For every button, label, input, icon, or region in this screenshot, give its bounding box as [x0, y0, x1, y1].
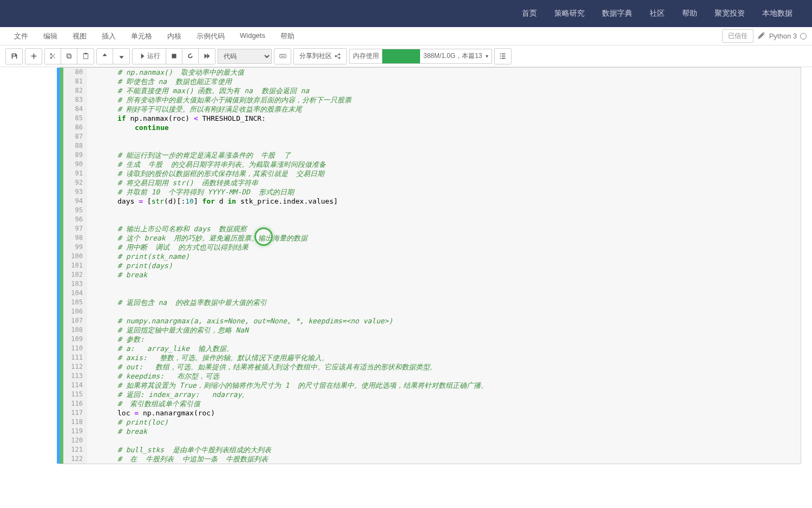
- code-line[interactable]: 82# 不能直接使用 max() 函数。因为有 na 数据会返回 na: [87, 86, 801, 95]
- code-content[interactable]: # 即使包含 na 数据也能正常使用: [87, 77, 232, 86]
- code-content[interactable]: # break: [87, 427, 147, 436]
- code-content[interactable]: # 在 牛股列表 中追加一条 牛股数据列表: [87, 454, 268, 464]
- code-content[interactable]: # 能运行到这一步的肯定是满足暴涨条件的 牛股 了: [87, 151, 291, 160]
- code-content[interactable]: # 索引数组或单个索引值: [87, 399, 200, 408]
- code-line[interactable]: 88: [87, 141, 801, 151]
- code-line[interactable]: 120: [87, 436, 801, 445]
- code-content[interactable]: # 返回包含 na 的收益率数据中最大值的索引: [87, 298, 267, 307]
- fast-forward-icon[interactable]: [199, 49, 215, 64]
- code-line[interactable]: 114# 如果将其设置为 True，则缩小的轴将作为尺寸为 1 的尺寸留在结果中…: [87, 381, 801, 390]
- code-line[interactable]: 105# 返回包含 na 的收益率数据中最大值的索引: [87, 298, 801, 307]
- code-line[interactable]: 117loc = np.nanargmax(roc): [87, 408, 801, 418]
- code-content[interactable]: [87, 307, 122, 316]
- save-icon[interactable]: [6, 49, 22, 64]
- code-content[interactable]: # keepdims: 布尔型，可选: [87, 372, 219, 381]
- nav-link[interactable]: 聚宽投资: [706, 9, 754, 18]
- move-down-icon[interactable]: [113, 49, 129, 64]
- code-line[interactable]: 84# 刚好等于可以接受。所以有刚好满足收益率的股票在末尾: [87, 105, 801, 114]
- code-content[interactable]: # 用中断 调试 的方式也可以得到结果: [87, 243, 248, 252]
- code-line[interactable]: 98# 这个 break 用的巧妙。避免遍历股票。输出海量的数据: [87, 233, 801, 243]
- code-line[interactable]: 121# bull_stks 是由单个牛股列表组成的大列表: [87, 445, 801, 454]
- code-line[interactable]: 96: [87, 215, 801, 224]
- code-content[interactable]: loc = np.nanargmax(roc): [87, 408, 215, 418]
- menu-item[interactable]: 编辑: [36, 28, 65, 44]
- code-content[interactable]: # print(days): [87, 261, 173, 270]
- cell-type-select[interactable]: 代码: [218, 49, 272, 64]
- code-content[interactable]: # 如果将其设置为 True，则缩小的轴将作为尺寸为 1 的尺寸留在结果中。使用…: [87, 381, 488, 390]
- share-button[interactable]: 分享到社区: [294, 49, 346, 64]
- code-line[interactable]: 103: [87, 279, 801, 289]
- menu-item[interactable]: 帮助: [273, 28, 302, 44]
- code-content[interactable]: [87, 206, 122, 215]
- code-line[interactable]: 109# 参数:: [87, 335, 801, 344]
- nav-link[interactable]: 帮助: [673, 9, 706, 18]
- memory-usage-badge[interactable]: 内存使用 388M/1.0G，本篇13 ▾: [349, 49, 492, 64]
- menu-item[interactable]: 文件: [6, 28, 36, 44]
- code-line[interactable]: 115# 返回: index_array: ndarray。: [87, 390, 801, 399]
- restart-icon[interactable]: [182, 49, 199, 64]
- code-content[interactable]: [87, 436, 122, 445]
- code-content[interactable]: [87, 279, 122, 289]
- code-content[interactable]: # 返回: index_array: ndarray。: [87, 390, 249, 399]
- code-line[interactable]: 86continue: [87, 123, 801, 132]
- code-line[interactable]: 87: [87, 132, 801, 141]
- cut-icon[interactable]: [45, 49, 61, 64]
- code-content[interactable]: continue: [87, 123, 169, 132]
- code-line[interactable]: 81# 即使包含 na 数据也能正常使用: [87, 77, 801, 86]
- code-content[interactable]: # 参数:: [87, 335, 144, 344]
- code-content[interactable]: # a: array_like 输入数据。: [87, 344, 233, 353]
- nav-link[interactable]: 社区: [641, 9, 673, 18]
- menu-item[interactable]: 单元格: [123, 28, 160, 44]
- nav-link[interactable]: 首页: [513, 9, 546, 18]
- nav-link[interactable]: 数据字典: [593, 9, 641, 18]
- menu-item[interactable]: Widgets: [232, 28, 273, 44]
- run-button[interactable]: 运行: [133, 49, 166, 64]
- code-content[interactable]: # print(stk_name): [87, 252, 189, 261]
- menu-item[interactable]: 内核: [160, 28, 189, 44]
- code-line[interactable]: 101# print(days): [87, 261, 801, 270]
- stop-icon[interactable]: [166, 49, 182, 64]
- move-up-icon[interactable]: [97, 49, 113, 64]
- list-icon[interactable]: [495, 49, 511, 64]
- paste-icon[interactable]: [77, 49, 94, 64]
- code-line[interactable]: 107# numpy.nanargmax(a, axis=None, out=N…: [87, 316, 801, 325]
- code-line[interactable]: 80# np.nanmax() 取变动率中的最大值: [87, 68, 801, 77]
- menu-item[interactable]: 示例代码: [189, 28, 232, 44]
- code-content[interactable]: # break: [87, 270, 147, 279]
- code-line[interactable]: 92# 将交易日期用 str() 函数转换成字符串: [87, 178, 801, 187]
- add-cell-icon[interactable]: [25, 49, 42, 64]
- code-line[interactable]: 112# out: 数组，可选。如果提供，结果将被插入到这个数组中。它应该具有适…: [87, 362, 801, 372]
- code-line[interactable]: 108# 返回指定轴中最大值的索引，忽略 NaN: [87, 325, 801, 335]
- code-content[interactable]: # bull_stks 是由单个牛股列表组成的大列表: [87, 445, 271, 454]
- code-content[interactable]: # 刚好等于可以接受。所以有刚好满足收益率的股票在末尾: [87, 105, 302, 114]
- code-content[interactable]: # print(loc): [87, 418, 168, 427]
- code-line[interactable]: 97# 输出上市公司名称和 days 数据观察: [87, 224, 801, 233]
- keyboard-icon[interactable]: [274, 49, 291, 64]
- code-line[interactable]: 116# 索引数组或单个索引值: [87, 399, 801, 408]
- code-content[interactable]: # 输出上市公司名称和 days 数据观察: [87, 224, 247, 233]
- code-content[interactable]: # np.nanmax() 取变动率中的最大值: [87, 68, 244, 77]
- code-line[interactable]: 83# 所有变动率中的最大值如果小于阈值则放弃后面的内容，分析下一只股票: [87, 95, 801, 105]
- code-line[interactable]: 113# keepdims: 布尔型，可选: [87, 372, 801, 381]
- code-content[interactable]: # 不能直接使用 max() 函数。因为有 na 数据会返回 na: [87, 86, 309, 95]
- code-line[interactable]: 90# 生成 牛股 的交易日期字符串列表。为截取暴涨时间段做准备: [87, 160, 801, 169]
- code-content[interactable]: days = [str(d)[:10] for d in stk_price.i…: [87, 197, 338, 206]
- code-line[interactable]: 100# print(stk_name): [87, 252, 801, 261]
- code-content[interactable]: [87, 141, 122, 151]
- code-line[interactable]: 94days = [str(d)[:10] for d in stk_price…: [87, 197, 801, 206]
- code-content[interactable]: # 返回指定轴中最大值的索引，忽略 NaN: [87, 325, 248, 335]
- code-content[interactable]: # axis: 整数，可选。操作的轴。默认情况下使用扁平化输入。: [87, 353, 329, 362]
- code-content[interactable]: # out: 数组，可选。如果提供，结果将被插入到这个数组中。它应该具有适当的形…: [87, 362, 437, 372]
- code-cell[interactable]: 80# np.nanmax() 取变动率中的最大值81# 即使包含 na 数据也…: [60, 67, 801, 464]
- code-line[interactable]: 102# break: [87, 270, 801, 279]
- trusted-button[interactable]: 已信任: [722, 29, 754, 43]
- code-content[interactable]: # 所有变动率中的最大值如果小于阈值则放弃后面的内容，分析下一只股票: [87, 95, 351, 105]
- code-line[interactable]: 89# 能运行到这一步的肯定是满足暴涨条件的 牛股 了: [87, 151, 801, 160]
- nav-link[interactable]: 策略研究: [546, 9, 593, 18]
- code-content[interactable]: # numpy.nanargmax(a, axis=None, out=None…: [87, 316, 393, 325]
- code-content[interactable]: # 并取前 10 个字符得到 YYYY-MM-DD 形式的日期: [87, 187, 294, 197]
- code-content[interactable]: # 将交易日期用 str() 函数转换成字符串: [87, 178, 258, 187]
- code-line[interactable]: 119# break: [87, 427, 801, 436]
- code-line[interactable]: 99# 用中断 调试 的方式也可以得到结果: [87, 243, 801, 252]
- code-content[interactable]: [87, 215, 122, 224]
